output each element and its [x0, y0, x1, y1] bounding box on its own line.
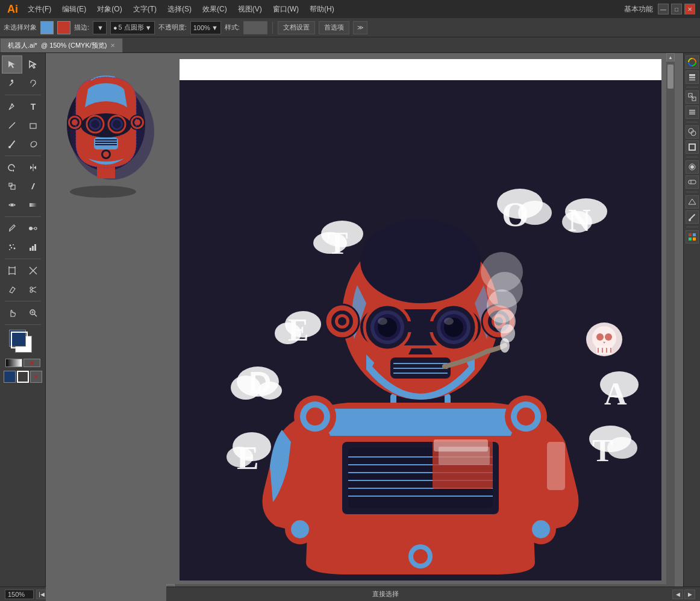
width-tool[interactable] [2, 196, 22, 214]
menu-bar: 文件(F) 编辑(E) 对象(O) 文字(T) 选择(S) 效果(C) 视图(V… [23, 3, 339, 16]
doc-setup-button[interactable]: 文档设置 [278, 21, 315, 34]
svg-rect-183 [689, 233, 692, 236]
svg-marker-1 [30, 61, 36, 68]
document-tab[interactable]: 机器人.ai* @ 150% (CMYK/预览) ✕ [0, 38, 123, 52]
options-extra-button[interactable]: ≫ [353, 21, 367, 34]
stroke-small-icon[interactable] [17, 371, 29, 383]
menu-file[interactable]: 文件(F) [23, 3, 56, 16]
text-tool[interactable]: T [23, 98, 43, 116]
scale-tool[interactable] [2, 177, 22, 195]
stroke-color-swatch[interactable] [57, 21, 70, 34]
white-strip [180, 59, 661, 80]
status-scroll-right[interactable]: ▶ [684, 590, 695, 599]
tool-row-2 [2, 74, 43, 92]
artboard[interactable]: D E T [180, 80, 661, 581]
chart-tool[interactable] [23, 238, 43, 256]
graphic-styles-button[interactable] [686, 175, 699, 189]
gradient-small-box[interactable] [5, 359, 22, 367]
align-panel-button[interactable] [686, 105, 699, 119]
maximize-button[interactable]: □ [671, 4, 682, 14]
workspace-label[interactable]: 基本功能 [624, 4, 653, 14]
fill-color-swatch[interactable] [40, 21, 54, 34]
gradient-tool[interactable] [23, 196, 43, 214]
blend-tool[interactable] [23, 219, 43, 238]
scissors-tool[interactable] [23, 280, 43, 298]
status-text: 直接选择 [104, 590, 667, 599]
brush-tool[interactable] [2, 135, 22, 153]
rpanel-separator-5 [686, 227, 698, 227]
svg-point-158 [413, 549, 428, 564]
vertical-scrollbar[interactable]: ▲ ▼ [666, 53, 675, 593]
hand-tool[interactable] [2, 304, 22, 322]
menu-edit[interactable]: 编辑(E) [57, 3, 91, 16]
slice-tool[interactable] [23, 262, 43, 280]
color-panel-button[interactable] [686, 55, 699, 69]
rectangle-tool[interactable] [23, 116, 43, 134]
tab-close-icon[interactable]: ✕ [110, 42, 115, 49]
magic-wand-tool[interactable] [2, 74, 22, 92]
transform-panel-button[interactable] [686, 90, 699, 104]
selection-tool[interactable] [2, 55, 22, 74]
color-small-row: ✕ [5, 359, 40, 367]
eyedropper-tool[interactable] [2, 219, 22, 238]
direct-selection-tool[interactable] [23, 55, 43, 74]
none-small-box[interactable]: ✕ [23, 359, 40, 367]
menu-effect[interactable]: 效果(C) [198, 3, 232, 16]
tool-row-1 [2, 55, 43, 74]
symbols-panel-button[interactable] [686, 195, 699, 209]
menu-text[interactable]: 文字(T) [128, 3, 161, 16]
reflect-tool[interactable] [23, 159, 43, 177]
stroke-panel-button[interactable] [686, 140, 699, 154]
svg-point-4 [11, 104, 13, 105]
preferences-button[interactable]: 首选项 [319, 21, 349, 34]
svg-point-182 [689, 219, 691, 221]
svg-rect-186 [693, 238, 696, 241]
status-scroll-left[interactable]: ◀ [672, 590, 683, 599]
fill-icon[interactable] [4, 371, 16, 383]
canvas-area[interactable]: D E T [46, 53, 683, 601]
brushes-panel-button[interactable] [686, 210, 699, 224]
tool-row-5 [2, 135, 43, 153]
pen-tool[interactable] [2, 98, 22, 116]
minimize-button[interactable]: — [658, 4, 669, 14]
symbol-spray-tool[interactable] [2, 238, 22, 256]
style-box[interactable] [243, 21, 267, 34]
svg-point-51 [113, 120, 121, 128]
zoom-input[interactable]: 150% [5, 590, 34, 599]
svg-point-58 [72, 119, 78, 125]
eraser-tool[interactable] [2, 280, 22, 298]
appearance-panel-button[interactable] [686, 160, 699, 174]
lasso-tool[interactable] [23, 74, 43, 92]
scroll-up-button[interactable]: ▲ [666, 53, 675, 61]
blob-brush-tool[interactable] [23, 135, 43, 153]
zoom-tool[interactable] [23, 304, 43, 322]
foreground-color-box[interactable] [9, 330, 26, 347]
menu-object[interactable]: 对象(O) [92, 3, 127, 16]
color-swatches[interactable] [9, 330, 37, 357]
opacity-chevron-icon: ▼ [211, 24, 218, 31]
shear-tool[interactable] [23, 177, 43, 195]
menu-window[interactable]: 窗口(W) [268, 3, 304, 16]
scroll-thumb[interactable] [667, 65, 673, 89]
rotate-tool[interactable] [2, 159, 22, 177]
close-button[interactable]: ✕ [684, 4, 695, 14]
svg-rect-25 [32, 246, 34, 251]
svg-point-162 [532, 520, 550, 538]
stroke-dropdown[interactable]: ▼ [93, 21, 107, 34]
swatches-panel-button[interactable] [686, 230, 699, 244]
brush-dropdown[interactable]: ● 5 点圆形 ▼ [110, 21, 155, 34]
artboard-tool[interactable] [2, 262, 22, 280]
menu-view[interactable]: 视图(V) [233, 3, 267, 16]
opacity-dropdown[interactable]: 100% ▼ [190, 21, 221, 34]
toolbar-separator-color [5, 324, 41, 325]
svg-point-35 [30, 290, 33, 292]
menu-help[interactable]: 帮助(H) [305, 3, 339, 16]
line-tool[interactable] [2, 116, 22, 134]
none-icon[interactable]: ✕ [30, 371, 42, 383]
brush-label: ● [113, 24, 117, 31]
svg-rect-15 [30, 203, 37, 207]
layers-panel-button[interactable] [686, 71, 699, 84]
menu-select[interactable]: 选择(S) [163, 3, 196, 16]
pathfinder-panel-button[interactable] [686, 125, 699, 139]
svg-point-140 [338, 317, 346, 326]
